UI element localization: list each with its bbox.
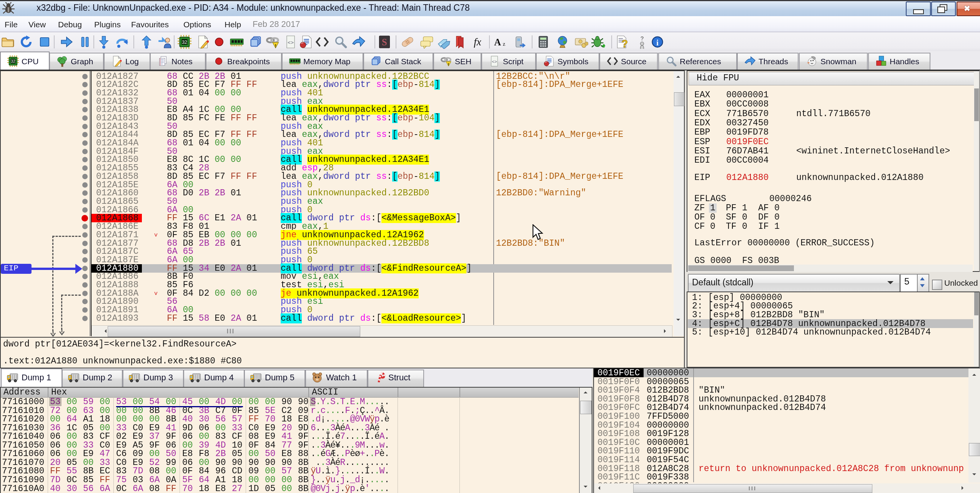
svg-text:!: !: [275, 43, 276, 48]
svg-text:S: S: [382, 37, 387, 47]
svg-text:?: ?: [641, 35, 644, 42]
svg-text:<>: <>: [492, 60, 497, 64]
svg-text:A: A: [494, 37, 501, 47]
svg-text:!: !: [448, 62, 449, 66]
svg-text:32: 32: [11, 59, 15, 63]
svg-text:i: i: [656, 38, 659, 47]
svg-text:<>: <>: [288, 40, 294, 46]
svg-text:?: ?: [622, 38, 628, 49]
svg-text:32: 32: [182, 40, 187, 45]
svg-text:z: z: [503, 41, 506, 47]
svg-text:fx: fx: [474, 36, 481, 48]
